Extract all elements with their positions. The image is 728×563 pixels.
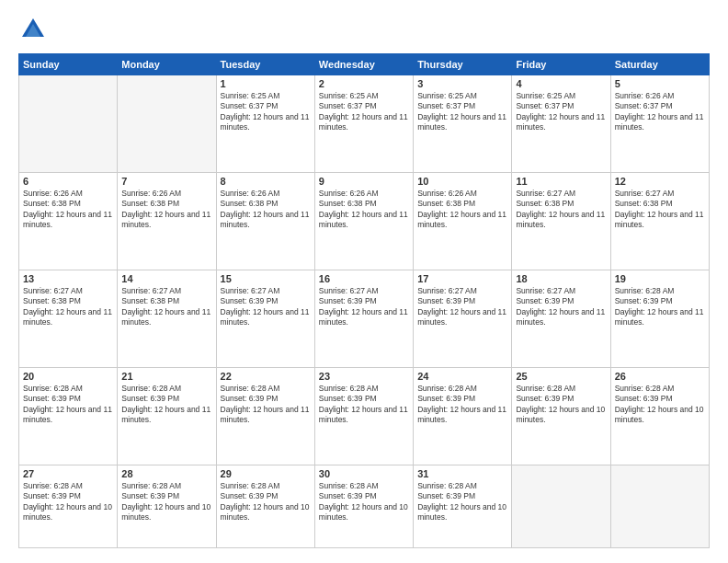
calendar-table: SundayMondayTuesdayWednesdayThursdayFrid… [18, 53, 710, 548]
day-info: Sunrise: 6:28 AMSunset: 6:39 PMDaylight:… [23, 481, 113, 523]
calendar-cell: 4Sunrise: 6:25 AMSunset: 6:37 PMDaylight… [512, 75, 610, 173]
day-number: 21 [121, 371, 211, 382]
day-number: 16 [319, 273, 409, 284]
day-info: Sunrise: 6:27 AMSunset: 6:38 PMDaylight:… [121, 286, 211, 328]
day-number: 25 [516, 371, 606, 382]
day-info: Sunrise: 6:27 AMSunset: 6:39 PMDaylight:… [516, 286, 606, 328]
day-info: Sunrise: 6:28 AMSunset: 6:39 PMDaylight:… [121, 384, 211, 426]
logo-icon [18, 15, 48, 44]
day-number: 26 [615, 371, 705, 382]
day-info: Sunrise: 6:26 AMSunset: 6:38 PMDaylight:… [417, 189, 507, 231]
day-info: Sunrise: 6:25 AMSunset: 6:37 PMDaylight:… [221, 91, 311, 133]
day-number: 24 [417, 371, 507, 382]
day-number: 19 [615, 273, 705, 284]
calendar-header-wednesday: Wednesday [314, 54, 413, 75]
calendar-cell: 5Sunrise: 6:26 AMSunset: 6:37 PMDaylight… [610, 75, 709, 173]
day-number: 13 [23, 273, 113, 284]
day-number: 9 [319, 176, 409, 187]
calendar-cell [512, 465, 610, 547]
day-info: Sunrise: 6:28 AMSunset: 6:39 PMDaylight:… [615, 384, 705, 426]
calendar-week-row-2: 6Sunrise: 6:26 AMSunset: 6:38 PMDaylight… [19, 172, 710, 270]
day-number: 12 [615, 176, 705, 187]
calendar-cell: 2Sunrise: 6:25 AMSunset: 6:37 PMDaylight… [314, 75, 413, 173]
day-info: Sunrise: 6:26 AMSunset: 6:38 PMDaylight:… [319, 189, 409, 231]
day-info: Sunrise: 6:27 AMSunset: 6:38 PMDaylight:… [615, 189, 705, 231]
calendar-week-row-5: 27Sunrise: 6:28 AMSunset: 6:39 PMDayligh… [19, 465, 710, 547]
calendar-header-friday: Friday [512, 54, 610, 75]
day-info: Sunrise: 6:27 AMSunset: 6:39 PMDaylight:… [417, 286, 507, 328]
calendar-cell: 12Sunrise: 6:27 AMSunset: 6:38 PMDayligh… [610, 172, 709, 270]
day-number: 28 [121, 468, 211, 479]
calendar-cell: 9Sunrise: 6:26 AMSunset: 6:38 PMDaylight… [314, 172, 413, 270]
page: SundayMondayTuesdayWednesdayThursdayFrid… [0, 0, 728, 563]
calendar-header-monday: Monday [118, 54, 216, 75]
calendar-cell: 29Sunrise: 6:28 AMSunset: 6:39 PMDayligh… [216, 465, 314, 547]
day-number: 8 [221, 176, 311, 187]
calendar-cell: 8Sunrise: 6:26 AMSunset: 6:38 PMDaylight… [216, 172, 314, 270]
calendar-cell: 20Sunrise: 6:28 AMSunset: 6:39 PMDayligh… [19, 367, 118, 465]
day-number: 23 [319, 371, 409, 382]
calendar-cell: 13Sunrise: 6:27 AMSunset: 6:38 PMDayligh… [19, 270, 118, 367]
day-info: Sunrise: 6:28 AMSunset: 6:39 PMDaylight:… [319, 384, 409, 426]
calendar-cell: 3Sunrise: 6:25 AMSunset: 6:37 PMDaylight… [414, 75, 512, 173]
day-info: Sunrise: 6:28 AMSunset: 6:39 PMDaylight:… [221, 481, 311, 523]
day-number: 22 [221, 371, 311, 382]
day-info: Sunrise: 6:25 AMSunset: 6:37 PMDaylight:… [516, 91, 606, 133]
calendar-cell: 17Sunrise: 6:27 AMSunset: 6:39 PMDayligh… [414, 270, 512, 367]
day-number: 1 [221, 78, 311, 89]
header [18, 15, 710, 44]
calendar-week-row-1: 1Sunrise: 6:25 AMSunset: 6:37 PMDaylight… [19, 75, 710, 173]
day-number: 7 [121, 176, 211, 187]
calendar-cell: 26Sunrise: 6:28 AMSunset: 6:39 PMDayligh… [610, 367, 709, 465]
day-info: Sunrise: 6:25 AMSunset: 6:37 PMDaylight:… [319, 91, 409, 133]
day-number: 31 [417, 468, 507, 479]
day-info: Sunrise: 6:27 AMSunset: 6:39 PMDaylight:… [221, 286, 311, 328]
calendar-cell: 31Sunrise: 6:28 AMSunset: 6:39 PMDayligh… [414, 465, 512, 547]
day-number: 14 [121, 273, 211, 284]
day-info: Sunrise: 6:28 AMSunset: 6:39 PMDaylight:… [23, 384, 113, 426]
calendar-cell: 24Sunrise: 6:28 AMSunset: 6:39 PMDayligh… [414, 367, 512, 465]
calendar-cell: 16Sunrise: 6:27 AMSunset: 6:39 PMDayligh… [314, 270, 413, 367]
logo [18, 15, 53, 44]
calendar-cell [19, 75, 118, 173]
day-number: 6 [23, 176, 113, 187]
calendar-cell: 7Sunrise: 6:26 AMSunset: 6:38 PMDaylight… [118, 172, 216, 270]
day-info: Sunrise: 6:26 AMSunset: 6:38 PMDaylight:… [23, 189, 113, 231]
day-info: Sunrise: 6:27 AMSunset: 6:38 PMDaylight:… [516, 189, 606, 231]
calendar-header-thursday: Thursday [414, 54, 512, 75]
calendar-header-tuesday: Tuesday [216, 54, 314, 75]
calendar-cell: 25Sunrise: 6:28 AMSunset: 6:39 PMDayligh… [512, 367, 610, 465]
day-info: Sunrise: 6:26 AMSunset: 6:37 PMDaylight:… [615, 91, 705, 133]
day-number: 11 [516, 176, 606, 187]
day-info: Sunrise: 6:28 AMSunset: 6:39 PMDaylight:… [417, 384, 507, 426]
calendar-header-row: SundayMondayTuesdayWednesdayThursdayFrid… [19, 54, 710, 75]
day-info: Sunrise: 6:28 AMSunset: 6:39 PMDaylight:… [615, 286, 705, 328]
calendar-week-row-4: 20Sunrise: 6:28 AMSunset: 6:39 PMDayligh… [19, 367, 710, 465]
calendar-cell: 27Sunrise: 6:28 AMSunset: 6:39 PMDayligh… [19, 465, 118, 547]
day-number: 29 [221, 468, 311, 479]
day-info: Sunrise: 6:28 AMSunset: 6:39 PMDaylight:… [516, 384, 606, 426]
day-info: Sunrise: 6:28 AMSunset: 6:39 PMDaylight:… [121, 481, 211, 523]
day-number: 18 [516, 273, 606, 284]
day-number: 4 [516, 78, 606, 89]
calendar-cell: 22Sunrise: 6:28 AMSunset: 6:39 PMDayligh… [216, 367, 314, 465]
calendar-cell: 23Sunrise: 6:28 AMSunset: 6:39 PMDayligh… [314, 367, 413, 465]
calendar-cell: 21Sunrise: 6:28 AMSunset: 6:39 PMDayligh… [118, 367, 216, 465]
calendar-cell [118, 75, 216, 173]
day-info: Sunrise: 6:25 AMSunset: 6:37 PMDaylight:… [417, 91, 507, 133]
day-number: 20 [23, 371, 113, 382]
calendar-cell [610, 465, 709, 547]
day-number: 17 [417, 273, 507, 284]
day-info: Sunrise: 6:28 AMSunset: 6:39 PMDaylight:… [417, 481, 507, 523]
day-info: Sunrise: 6:28 AMSunset: 6:39 PMDaylight:… [221, 384, 311, 426]
calendar-cell: 11Sunrise: 6:27 AMSunset: 6:38 PMDayligh… [512, 172, 610, 270]
calendar-cell: 14Sunrise: 6:27 AMSunset: 6:38 PMDayligh… [118, 270, 216, 367]
calendar-header-sunday: Sunday [19, 54, 118, 75]
calendar-cell: 15Sunrise: 6:27 AMSunset: 6:39 PMDayligh… [216, 270, 314, 367]
day-info: Sunrise: 6:27 AMSunset: 6:39 PMDaylight:… [319, 286, 409, 328]
calendar-cell: 1Sunrise: 6:25 AMSunset: 6:37 PMDaylight… [216, 75, 314, 173]
day-info: Sunrise: 6:26 AMSunset: 6:38 PMDaylight:… [121, 189, 211, 231]
day-info: Sunrise: 6:27 AMSunset: 6:38 PMDaylight:… [23, 286, 113, 328]
day-number: 5 [615, 78, 705, 89]
day-info: Sunrise: 6:28 AMSunset: 6:39 PMDaylight:… [319, 481, 409, 523]
